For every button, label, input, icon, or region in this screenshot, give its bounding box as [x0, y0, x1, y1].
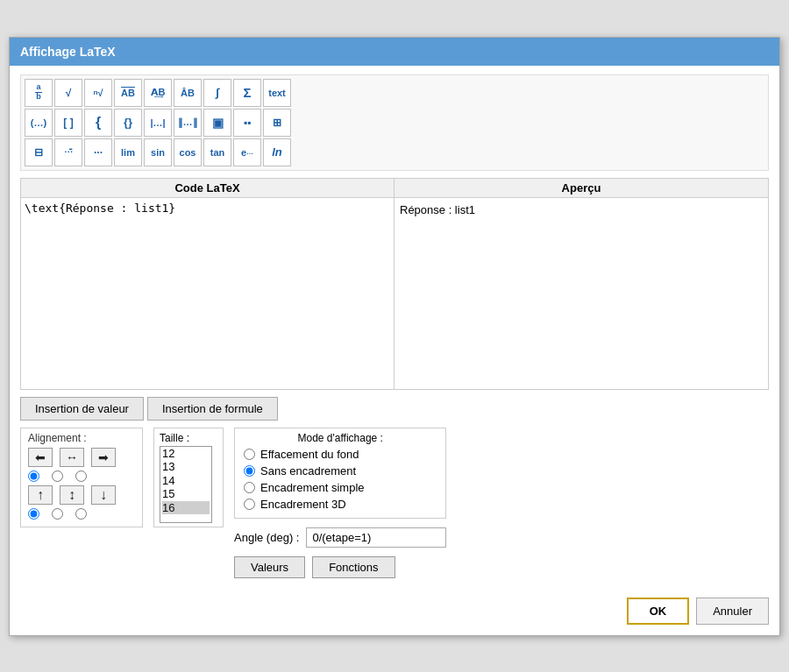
halign-center-radio[interactable] — [52, 470, 63, 482]
mode-section: Mode d'affichage : Effacement du fond Sa… — [234, 428, 446, 519]
valign-mid-radio[interactable] — [52, 508, 63, 520]
align-center-h-icon: ↔ — [66, 450, 78, 464]
align-left-icon: ⬅ — [35, 450, 46, 464]
box3-btn[interactable]: ⊞ — [263, 109, 291, 137]
frac-btn[interactable]: a b — [25, 79, 53, 107]
brace-l-btn[interactable]: { — [84, 109, 112, 137]
controls-area: Alignement : ⬅ ↔ ➡ — [20, 428, 769, 587]
dialog-title: Affichage LaTeX — [10, 38, 779, 66]
tan-btn[interactable]: tan — [203, 138, 231, 166]
dots-top-btn[interactable]: ⋯̄ — [54, 138, 82, 166]
valign-top-radio[interactable] — [28, 508, 39, 520]
mode-option-0: Effacement du fond — [244, 448, 437, 461]
ln-btn[interactable]: ln — [263, 138, 291, 166]
paren-btn[interactable]: (…) — [25, 109, 53, 137]
AB-vec-btn[interactable]: A͢B — [144, 79, 172, 107]
align-left-btn[interactable]: ⬅ — [28, 448, 53, 467]
norm1-btn[interactable]: |…| — [144, 109, 172, 137]
size-15[interactable]: 15 — [162, 487, 210, 501]
align-right-btn[interactable]: ➡ — [91, 448, 116, 467]
preview-area: Réponse : list1 — [394, 197, 769, 390]
angle-label: Angle (deg) : — [234, 531, 299, 544]
cos-btn[interactable]: cos — [174, 138, 202, 166]
valign-bot-radio[interactable] — [75, 508, 87, 520]
bracket-btn[interactable]: [ ] — [54, 109, 82, 137]
align-right-icon: ➡ — [98, 450, 109, 464]
text-btn[interactable]: text — [263, 79, 291, 107]
mode-radio-3[interactable] — [244, 499, 255, 510]
value-func-row: Valeurs Fonctions — [234, 556, 446, 578]
values-btn[interactable]: Valeurs — [234, 556, 305, 578]
toolbar-row-3: ⊟ ⋯̄ ··· lim sin cos tan e… ln — [25, 138, 764, 166]
editors: Code LaTeX Aperçu Réponse : list1 — [20, 178, 769, 390]
alignment-section: Alignement : ⬅ ↔ ➡ — [20, 428, 143, 527]
size-14[interactable]: 14 — [162, 474, 210, 488]
right-controls: Mode d'affichage : Effacement du fond Sa… — [234, 428, 446, 587]
code-label: Code LaTeX — [20, 178, 394, 197]
lim-btn[interactable]: lim — [114, 138, 142, 166]
align-vert-radios — [28, 508, 135, 520]
mode-label: Mode d'affichage : — [244, 432, 437, 444]
align-up-icon: ↑ — [37, 487, 44, 503]
insertion-value-btn[interactable]: Insertion de valeur — [20, 397, 144, 421]
dialog-body: a b √ n√ AB A͢B ÂB ∫ Σ text (…) [ ] { {}… — [10, 66, 779, 635]
angle-input[interactable] — [306, 527, 446, 548]
size-16[interactable]: 16 — [162, 501, 210, 515]
toolbar-row-1: a b √ n√ AB A͢B ÂB ∫ Σ text — [25, 79, 764, 107]
sigma-btn[interactable]: Σ — [233, 79, 261, 107]
AB-bar-btn[interactable]: AB — [114, 79, 142, 107]
halign-right-radio[interactable] — [75, 470, 87, 482]
ok-button[interactable]: OK — [627, 598, 690, 625]
ok-cancel-row: OK Annuler — [20, 594, 769, 625]
dialog: Affichage LaTeX a b √ n√ AB A͢B ÂB ∫ Σ t… — [9, 37, 780, 636]
sqrt-n-btn[interactable]: n√ — [84, 79, 112, 107]
preview-label: Aperçu — [394, 178, 769, 197]
exp-btn[interactable]: e… — [233, 138, 261, 166]
size-13[interactable]: 13 — [162, 460, 210, 474]
alignment-label: Alignement : — [28, 432, 135, 444]
box4-btn[interactable]: ⊟ — [25, 138, 53, 166]
angle-row: Angle (deg) : — [234, 527, 446, 548]
norm2-btn[interactable]: ‖…‖ — [174, 109, 202, 137]
sqrt-btn[interactable]: √ — [54, 79, 82, 107]
mode-radio-0[interactable] — [244, 449, 255, 460]
align-vert-row: ↑ ↕ ↓ — [28, 485, 135, 505]
mode-text-3: Encadrement 3D — [260, 498, 346, 511]
toolbar-row-2: (…) [ ] { {} |…| ‖…‖ ▣ ▪▪ ⊞ — [25, 109, 764, 137]
mode-option-3: Encadrement 3D — [244, 498, 437, 511]
code-section: Code LaTeX — [20, 178, 394, 390]
align-mid-icon: ↕ — [68, 487, 75, 503]
mode-text-1: Sans encadrement — [260, 464, 356, 477]
toolbar: a b √ n√ AB A͢B ÂB ∫ Σ text (…) [ ] { {}… — [20, 74, 769, 171]
functions-btn[interactable]: Fonctions — [312, 556, 394, 578]
cancel-button[interactable]: Annuler — [696, 598, 769, 625]
align-top-btn[interactable]: ↑ — [28, 485, 53, 505]
align-horiz-row: ⬅ ↔ ➡ — [28, 448, 135, 467]
size-listbox[interactable]: 12 13 14 15 16 — [160, 446, 212, 523]
preview-text: Réponse : list1 — [400, 203, 475, 216]
box1-btn[interactable]: ▣ — [203, 109, 231, 137]
align-center-h-btn[interactable]: ↔ — [60, 448, 84, 467]
mode-radio-2[interactable] — [244, 482, 255, 493]
size-12[interactable]: 12 — [162, 447, 210, 461]
size-label: Taille : — [160, 432, 217, 444]
code-textarea[interactable] — [20, 197, 394, 390]
insertion-formula-btn[interactable]: Insertion de formule — [147, 397, 278, 421]
brace-lr-btn[interactable]: {} — [114, 109, 142, 137]
align-down-icon: ↓ — [100, 487, 107, 503]
cdots-btn[interactable]: ··· — [84, 138, 112, 166]
halign-left-radio[interactable] — [28, 470, 39, 482]
AB-hat-btn[interactable]: ÂB — [174, 79, 202, 107]
box2-btn[interactable]: ▪▪ — [233, 109, 261, 137]
mode-option-2: Encadrement simple — [244, 481, 437, 494]
size-select[interactable]: 12 13 14 15 16 — [160, 447, 211, 522]
align-horiz-radios — [28, 470, 135, 482]
mode-text-2: Encadrement simple — [260, 481, 365, 494]
align-bottom-btn[interactable]: ↓ — [91, 485, 116, 505]
sin-btn[interactable]: sin — [144, 138, 172, 166]
mode-radio-1[interactable] — [244, 465, 255, 477]
preview-section: Aperçu Réponse : list1 — [394, 178, 769, 390]
align-middle-btn[interactable]: ↕ — [60, 485, 84, 505]
integral-btn[interactable]: ∫ — [203, 79, 231, 107]
insertion-tabs: Insertion de valeur Insertion de formule — [20, 397, 769, 421]
